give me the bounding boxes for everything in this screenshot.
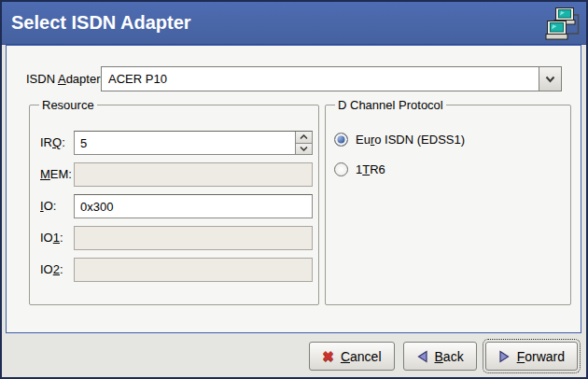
mem-input bbox=[75, 163, 312, 186]
chevron-down-icon bbox=[545, 76, 555, 83]
radio-1tr6[interactable]: 1TR6 bbox=[334, 162, 385, 176]
chevron-down-icon bbox=[300, 146, 308, 151]
io1-input bbox=[75, 227, 312, 249]
chevron-up-icon bbox=[300, 134, 308, 140]
d-channel-protocol-group-title: D Channel Protocol bbox=[335, 98, 446, 112]
resource-group: Resource IRQ: MEM: IO: bbox=[29, 98, 319, 305]
io-label: IO: bbox=[40, 199, 56, 213]
radio-1tr6-label[interactable]: 1TR6 bbox=[356, 162, 385, 176]
red-x-icon: ✖ bbox=[322, 349, 334, 363]
back-button[interactable]: Back bbox=[403, 342, 477, 371]
left-arrow-icon bbox=[416, 350, 428, 363]
isdn-adapters-label: ISDN Adapters: bbox=[26, 72, 110, 86]
cancel-button-label: Cancel bbox=[341, 349, 382, 364]
back-button-label: Back bbox=[435, 349, 464, 364]
spin-up-button[interactable] bbox=[296, 132, 312, 144]
io1-label: IO1: bbox=[40, 231, 63, 245]
io-field bbox=[74, 194, 313, 218]
irq-label: IRQ: bbox=[40, 135, 65, 149]
irq-spin-controls bbox=[295, 132, 312, 154]
dialog-select-isdn-adapter: Select ISDN Adapter ISDN Adapters: ACER … bbox=[0, 0, 588, 379]
irq-spinbutton bbox=[74, 131, 313, 155]
mem-field bbox=[74, 162, 313, 187]
radio-button-icon[interactable] bbox=[334, 133, 348, 147]
io2-field bbox=[74, 258, 313, 282]
cancel-button[interactable]: ✖ Cancel bbox=[309, 342, 394, 371]
isdn-adapters-selected-value: ACER P10 bbox=[102, 67, 539, 91]
d-channel-protocol-group: D Channel Protocol Euro ISDN (EDSS1) 1TR… bbox=[325, 98, 571, 305]
io2-input bbox=[75, 259, 312, 281]
dialog-button-bar: ✖ Cancel Back Forward bbox=[2, 333, 586, 377]
radio-euro-isdn-label[interactable]: Euro ISDN (EDSS1) bbox=[356, 133, 465, 147]
io1-field bbox=[74, 226, 313, 250]
network-computers-icon bbox=[543, 6, 581, 43]
irq-input[interactable] bbox=[75, 132, 295, 154]
radio-button-icon[interactable] bbox=[334, 162, 348, 176]
io-input[interactable] bbox=[75, 195, 312, 218]
io2-label: IO2: bbox=[40, 262, 63, 276]
isdn-adapters-combobox[interactable]: ACER P10 bbox=[101, 66, 562, 91]
forward-button-label: Forward bbox=[517, 349, 565, 364]
radio-euro-isdn[interactable]: Euro ISDN (EDSS1) bbox=[334, 133, 465, 147]
combobox-dropdown-button[interactable] bbox=[539, 67, 561, 91]
dialog-content-panel: ISDN Adapters: ACER P10 Resource IRQ: bbox=[6, 45, 581, 333]
forward-button[interactable]: Forward bbox=[485, 342, 578, 371]
mem-label: MEM: bbox=[40, 167, 72, 181]
right-arrow-icon bbox=[498, 350, 511, 363]
spin-down-button[interactable] bbox=[296, 144, 312, 155]
resource-group-title: Resource bbox=[39, 98, 97, 112]
dialog-title: Select ISDN Adapter bbox=[11, 12, 543, 34]
titlebar: Select ISDN Adapter bbox=[2, 2, 586, 45]
